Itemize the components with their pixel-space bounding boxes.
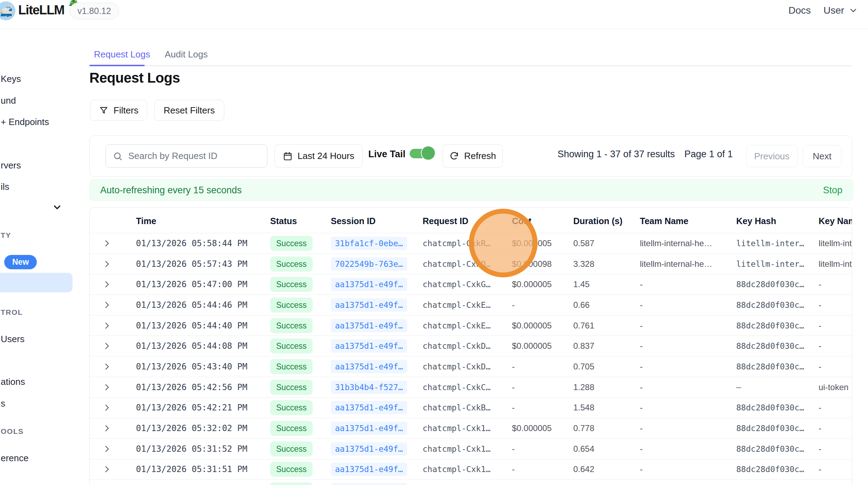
filters-button[interactable]: Filters [90,100,147,121]
session-id-link[interactable]: aa1375d1-e49f… [331,278,407,291]
session-id-link[interactable]: 31bfa1cf-0ebe… [331,237,407,250]
session-id-link[interactable]: aa1375d1-e49f… [331,360,407,373]
docs-link[interactable]: Docs [788,5,811,16]
tab-audit-logs[interactable]: Audit Logs [165,49,208,60]
session-id-link[interactable]: aa1375d1-e49f… [331,463,407,476]
expand-row-chevron-icon[interactable] [102,383,111,392]
table-row[interactable]: 01/13/2026 05:44:40 PM Success aa1375d1-… [90,315,852,336]
cell-key-hash: 88dc28d0f030c… [736,465,804,474]
sidebar-item-organizations[interactable]: ations [1,376,25,387]
cell-key-name: - [819,362,821,372]
expand-row-chevron-icon[interactable] [102,341,111,351]
session-id-link[interactable]: aa1375d1-e49f… [331,298,407,312]
session-id-link[interactable]: aa1375d1-e49f… [331,442,407,456]
status-badge: Success [270,318,313,333]
cell-request-id: chatcmpl-CxkD… [423,341,491,351]
sidebar-item-playground[interactable]: und [1,95,16,106]
cell-time: 01/13/2026 05:31:52 PM [136,444,247,454]
table-row[interactable]: 01/13/2026 05:42:21 PM Success aa1375d1-… [90,397,852,418]
reset-filters-button[interactable]: Reset Filters [154,100,224,121]
calendar-icon [283,151,293,161]
expand-row-chevron-icon[interactable] [102,403,111,412]
sidebar-item-teams[interactable]: s [1,398,5,409]
sidebar-section-access-control: TROL [1,308,23,317]
sidebar-item-api-reference[interactable]: erence [1,453,29,464]
table-row[interactable]: 01/13/2026 05:47:00 PM Success aa1375d1-… [90,274,852,295]
cell-key-hash: litellm-inter… [736,259,804,269]
status-badge: Success [270,236,313,251]
cell-duration: 0.778 [573,423,594,433]
auto-refresh-message: Auto-refreshing every 15 seconds [100,185,242,196]
cell-cost: - [512,382,515,392]
cell-key-hash: 88dc28d0f030c… [736,403,804,412]
cell-key-hash: 88dc28d0f030c… [736,300,804,310]
expand-row-chevron-icon[interactable] [102,444,111,453]
cell-team-name: - [640,444,643,454]
cell-key-name: - [819,279,821,289]
session-id-link[interactable]: aa1375d1-e49f… [331,319,407,332]
live-tail-toggle[interactable] [410,146,440,161]
expand-row-chevron-icon[interactable] [102,321,111,330]
expand-row-chevron-icon[interactable] [102,280,111,289]
search-input[interactable] [128,150,260,162]
search-icon [113,151,123,161]
cell-cost: $0.000005 [512,321,552,331]
table-row[interactable]: 01/13/2026 05:44:46 PM Success aa1375d1-… [90,295,852,315]
table-row[interactable]: 01/13/2026 05:44:08 PM Success aa1375d1-… [90,335,852,356]
status-badge: Success [270,380,313,395]
cell-cost: - [512,464,515,474]
stop-auto-refresh-link[interactable]: Stop [823,185,842,196]
table-row[interactable]: 01/13/2026 05:31:38 PM Success aa1375d1-… [90,479,852,485]
next-page-button[interactable]: Next [803,145,841,167]
sidebar-collapse-chevron-icon[interactable] [52,202,62,213]
user-menu[interactable]: User [823,5,858,16]
table-row[interactable]: 01/13/2026 05:31:51 PM Success aa1375d1-… [90,459,852,480]
session-id-link[interactable]: aa1375d1-e49f… [331,401,407,414]
new-badge: New [4,255,37,269]
cell-duration: 1.45 [573,279,590,289]
session-id-link[interactable]: aa1375d1-e49f… [331,339,407,353]
reset-filters-label: Reset Filters [164,105,215,116]
cell-duration: 1.548 [573,403,594,413]
session-id-link[interactable]: 7022549b-763e… [331,257,407,271]
cell-team-name: - [640,321,643,331]
cell-time: 01/13/2026 05:47:00 PM [136,279,247,289]
table-row[interactable]: 01/13/2026 05:43:40 PM Success aa1375d1-… [90,356,852,377]
expand-row-chevron-icon[interactable] [102,259,111,269]
sidebar-item-selected-logs[interactable] [0,273,73,292]
session-id-link[interactable]: aa1375d1-e49f… [331,422,407,435]
expand-row-chevron-icon[interactable] [102,362,111,371]
sidebar-item-internal-users[interactable]: Users [1,334,25,345]
expand-row-chevron-icon[interactable] [102,239,111,248]
expand-row-chevron-icon[interactable] [102,300,111,310]
col-header-key-hash: Key Hash [736,216,776,226]
col-header-duration: Duration (s) [573,216,622,226]
table-row[interactable]: 01/13/2026 05:57:43 PM Success 7022549b-… [90,254,852,274]
cell-cost: $0.000005 [512,423,552,433]
session-id-link[interactable]: aa1375d1-e49f… [331,483,407,485]
search-box[interactable] [105,144,267,168]
table-row[interactable]: 01/13/2026 05:42:56 PM Success 31b3b4b4-… [90,377,852,397]
time-range-button[interactable]: Last 24 Hours [274,144,363,168]
sidebar-item-guardrails[interactable]: ils [1,181,9,192]
expand-row-chevron-icon[interactable] [102,465,111,474]
refresh-button[interactable]: Refresh [443,144,503,168]
cell-time: 01/13/2026 05:44:46 PM [136,300,247,310]
sidebar-section-tools: OOLS [1,427,24,436]
status-badge: Success [270,421,313,436]
sidebar-item-models-endpoints[interactable]: + Endpoints [1,117,49,127]
cell-request-id: chatcmpl-Cxk1… [423,424,491,433]
next-label: Next [813,151,831,162]
cell-team-name: - [640,403,643,413]
cell-key-name: - [819,444,821,454]
cell-key-hash: 88dc28d0f030c… [736,362,804,371]
sidebar-item-keys[interactable]: Keys [1,74,21,84]
sidebar-item-servers[interactable]: rvers [1,160,21,171]
table-row[interactable]: 01/13/2026 05:31:52 PM Success aa1375d1-… [90,438,852,459]
expand-row-chevron-icon[interactable] [102,424,111,433]
session-id-link[interactable]: 31b3b4b4-f527… [331,381,407,394]
tab-request-logs[interactable]: Request Logs [94,49,150,60]
previous-page-button[interactable]: Previous [746,145,798,167]
table-row[interactable]: 01/13/2026 05:32:02 PM Success aa1375d1-… [90,418,852,438]
cell-key-name: - [819,464,821,474]
